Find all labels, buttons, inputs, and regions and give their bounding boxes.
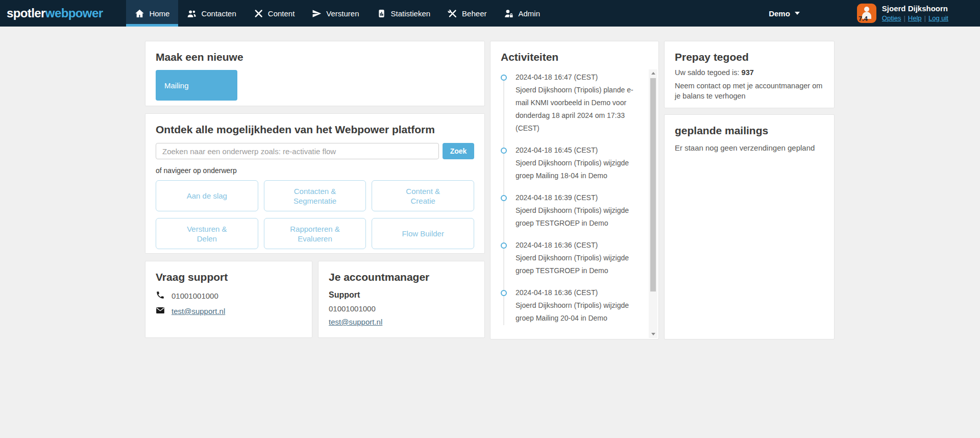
help-link[interactable]: Help <box>908 14 922 22</box>
activity-timestamp: 2024-04-18 16:47 (CEST) <box>516 71 643 84</box>
search-submit-button[interactable]: Zoek <box>443 143 474 159</box>
logout-link[interactable]: Log uit <box>928 14 948 22</box>
planned-mailings-empty-text: Er staan nog geen verzendingen gepland <box>675 143 824 152</box>
nav-item-beheer[interactable]: Beheer <box>439 0 495 27</box>
admin-user-lock-icon <box>504 9 513 18</box>
activity-item: 2024-04-18 16:45 (CEST) Sjoerd Dijkshoor… <box>501 144 643 182</box>
envelope-icon <box>156 306 165 317</box>
content-tools-icon <box>254 9 263 18</box>
prepay-note: Neem contact op met je accountmanager om… <box>675 81 824 101</box>
topic-button-content-creatie[interactable]: Content & Creatie <box>372 180 474 211</box>
statistics-icon <box>377 9 386 18</box>
nav-item-versturen[interactable]: Versturen <box>303 0 368 27</box>
scroll-down-button[interactable] <box>649 330 657 338</box>
contacts-icon <box>187 9 197 18</box>
accountmanager-name: Support <box>329 290 474 300</box>
discover-card: Ontdek alle mogelijkheden van het Webpow… <box>145 113 485 254</box>
accountmanager-card: Je accountmanager Support 01001001000 te… <box>318 261 485 338</box>
prepay-balance-label: Uw saldo tegoed is: <box>675 68 742 77</box>
nav-item-label: Statistieken <box>391 9 431 18</box>
activity-item: 2024-04-18 16:47 (CEST) Sjoerd Dijkshoor… <box>501 71 643 135</box>
support-email-link[interactable]: test@support.nl <box>172 307 225 315</box>
activity-text: Sjoerd Dijkshoorn (Tripolis) plande e-ma… <box>516 84 643 135</box>
topic-button-flow-builder[interactable]: Flow Builder <box>372 218 474 249</box>
nav-right-cluster: Demo 7.4 Sjoerd Dijkshoorn Opties|Help|L… <box>769 4 980 23</box>
main-menu: Home Contacten Content Versturen Statist… <box>126 0 549 27</box>
avatar-person-icon <box>864 7 869 12</box>
nav-item-contacten[interactable]: Contacten <box>178 0 244 27</box>
new-mailing-button[interactable]: Mailing <box>156 70 237 101</box>
nav-item-label: Beheer <box>462 9 486 18</box>
separator: | <box>924 14 926 22</box>
topic-button-rapporteren-evalueren[interactable]: Rapporteren & Evalueren <box>264 218 366 249</box>
scroll-up-button[interactable] <box>649 69 657 77</box>
topic-search-input[interactable] <box>156 143 439 159</box>
nav-item-home[interactable]: Home <box>126 0 178 27</box>
nav-item-label: Contacten <box>201 9 236 18</box>
support-card: Vraag support 01001001000 test@support.n… <box>145 261 312 338</box>
workspace-name: Demo <box>769 9 790 18</box>
support-phone-number: 01001001000 <box>172 291 218 300</box>
topic-button-aan-de-slag[interactable]: Aan de slag <box>156 180 258 211</box>
prepay-balance-line: Uw saldo tegoed is: 937 <box>675 68 824 77</box>
create-new-card: Maak een nieuwe Mailing <box>145 41 485 106</box>
activity-item: 2024-04-18 16:36 (CEST) Sjoerd Dijkshoor… <box>501 286 643 325</box>
top-navigation-bar: spotlerwebpower Home Contacten Content V… <box>0 0 980 27</box>
activities-card: Activiteiten 2024-04-18 16:47 (CEST) Sjo… <box>490 41 659 339</box>
nav-item-content[interactable]: Content <box>245 0 304 27</box>
logo-text-spotler: spotler <box>7 6 45 20</box>
avatar-badge: 7.4 <box>859 15 868 22</box>
topic-buttons-grid: Aan de slag Contacten & Segmentatie Cont… <box>156 180 474 249</box>
nav-item-label: Content <box>268 9 295 18</box>
logo-text-webpower: webpower <box>45 6 103 20</box>
activity-text: Sjoerd Dijkshoorn (Tripolis) wijzigde gr… <box>516 157 643 182</box>
activity-timestamp: 2024-04-18 16:39 (CEST) <box>516 191 643 204</box>
create-card-title: Maak een nieuwe <box>156 51 474 63</box>
user-block: Sjoerd Dijkshoorn Opties|Help|Log uit <box>882 4 948 22</box>
activity-text: Sjoerd Dijkshoorn (Tripolis) wijzigde gr… <box>516 299 643 325</box>
nav-item-statistieken[interactable]: Statistieken <box>368 0 439 27</box>
opties-link[interactable]: Opties <box>882 14 901 22</box>
discover-card-title: Ontdek alle mogelijkheden van het Webpow… <box>156 124 474 136</box>
planned-mailings-card: geplande mailings Er staan nog geen verz… <box>664 114 835 339</box>
avatar[interactable]: 7.4 <box>857 4 876 23</box>
scrollbar-thumb[interactable] <box>650 78 656 291</box>
nav-item-label: Versturen <box>326 9 359 18</box>
activity-item: 2024-04-18 16:36 (CEST) Sjoerd Dijkshoor… <box>501 239 643 277</box>
timeline-bullet-icon <box>501 290 507 296</box>
user-links: Opties|Help|Log uit <box>882 14 948 22</box>
user-name: Sjoerd Dijkshoorn <box>882 4 948 14</box>
send-paper-plane-icon <box>312 9 322 18</box>
topic-button-contacten-segmentatie[interactable]: Contacten & Segmentatie <box>264 180 366 211</box>
support-email-row: test@support.nl <box>156 306 302 317</box>
activity-text: Sjoerd Dijkshoorn (Tripolis) wijzigde gr… <box>516 252 643 277</box>
prepay-card-title: Prepay tegoed <box>675 51 824 63</box>
workspace-selector[interactable]: Demo <box>769 9 800 18</box>
topic-search-row: Zoek <box>156 143 474 159</box>
spotler-webpower-logo[interactable]: spotlerwebpower <box>7 6 103 20</box>
activity-timestamp: 2024-04-18 16:45 (CEST) <box>516 144 643 157</box>
support-card-title: Vraag support <box>156 271 302 283</box>
nav-item-label: Admin <box>518 9 540 18</box>
chevron-down-icon <box>795 12 800 15</box>
accountmanager-card-title: Je accountmanager <box>329 271 474 283</box>
timeline-bullet-icon <box>501 242 507 249</box>
activity-list: 2024-04-18 16:47 (CEST) Sjoerd Dijkshoor… <box>501 71 643 325</box>
timeline-bullet-icon <box>501 195 507 201</box>
tools-wrench-icon <box>448 9 457 18</box>
timeline-bullet-icon <box>501 75 507 81</box>
timeline-bullet-icon <box>501 148 507 154</box>
prepay-balance-value: 937 <box>742 68 754 77</box>
scroll-up-icon <box>651 72 655 75</box>
activities-scrollbar[interactable] <box>649 69 657 338</box>
nav-item-admin[interactable]: Admin <box>495 0 549 27</box>
activities-card-title: Activiteiten <box>501 51 643 63</box>
left-column: Maak een nieuwe Mailing Ontdek alle moge… <box>145 41 485 338</box>
topic-button-versturen-delen[interactable]: Versturen & Delen <box>156 218 258 249</box>
accountmanager-email-link[interactable]: test@support.nl <box>329 318 382 326</box>
activity-text: Sjoerd Dijkshoorn (Tripolis) wijzigde gr… <box>516 204 643 230</box>
support-row: Vraag support 01001001000 test@support.n… <box>145 261 485 338</box>
dashboard-content: Maak een nieuwe Mailing Ontdek alle moge… <box>0 27 980 339</box>
planned-mailings-title: geplande mailings <box>675 125 824 137</box>
separator: | <box>903 14 905 22</box>
